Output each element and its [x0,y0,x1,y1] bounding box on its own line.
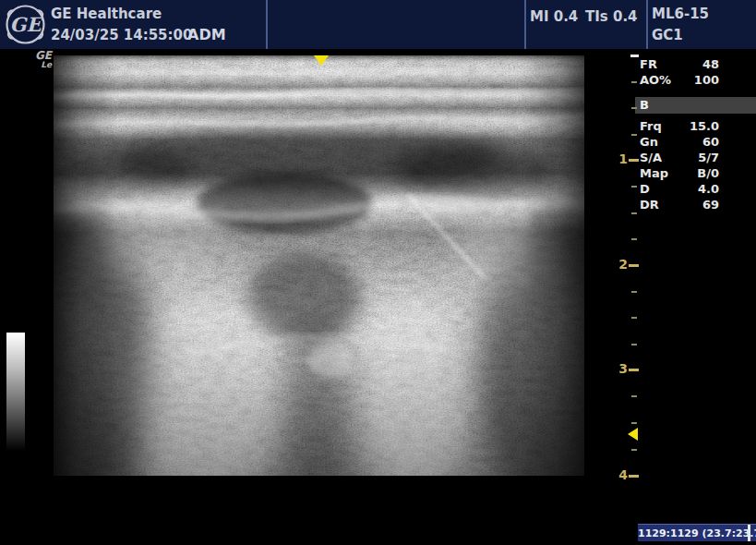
ultrasound-image[interactable] [54,55,584,476]
param-value: 4.0 [698,182,719,196]
header-divider [266,0,268,49]
ruler-label-4: 4 [609,467,628,482]
ruler-tick [630,54,639,57]
grayscale-bar [6,333,25,451]
ruler-tick-major [629,159,639,162]
ruler-tick [631,134,637,136]
focus-marker-icon[interactable] [628,428,638,441]
datetime-display: 24/03/25 14:55:00 [51,27,192,43]
thermal-index: TIs 0.4 [585,8,638,25]
cine-cursor[interactable] [748,525,750,541]
param-label: FR [640,57,657,71]
param-value: 69 [702,198,719,212]
mode-label: B [640,98,649,112]
ruler-tick [631,291,637,293]
param-value: 5/7 [698,151,719,164]
param-row-d: D 4.0 [640,182,719,197]
ruler-tick [631,107,637,109]
cine-frame-counter: 1129:1129 (23.7:23.7 s) [638,527,748,539]
ruler-tick-major [629,264,639,267]
param-value: 48 [702,57,719,71]
param-row-fr: FR 48 [640,57,719,72]
param-label: AO% [640,73,671,87]
ruler-tick [631,212,637,214]
probe-orientation-marker-icon [314,55,329,66]
param-value: 15.0 [690,119,719,133]
ruler-tick [631,81,637,83]
ruler-label-3: 3 [609,361,628,376]
ruler-tick [631,449,637,451]
ruler-tick-major [629,475,639,478]
ruler-tick [631,186,637,188]
orientation-line1: GE [24,51,52,60]
probe-model: ML6-15 [652,6,709,22]
param-row-frq: Frq 15.0 [640,119,719,134]
mode-indicator[interactable]: B [635,97,756,114]
ruler-tick [631,238,637,240]
header-divider [646,0,648,49]
param-label: Gn [640,135,658,149]
param-label: Frq [640,119,662,133]
param-row-ao: AO% 100 [640,73,719,88]
mechanical-index: MI 0.4 [530,8,578,25]
param-label: D [640,182,650,196]
param-label: S/A [640,151,662,164]
ultrasound-screen: GE GE Healthcare 24/03/25 14:55:00 ADM M… [0,0,756,545]
ruler-tick [631,317,637,319]
orientation-label: GE Le [24,51,52,69]
ruler-tick [631,344,637,345]
param-value: 100 [694,73,719,87]
svg-text:GE: GE [10,13,44,36]
ruler-tick-major [629,369,639,371]
param-label: DR [640,198,659,212]
brand-title: GE Healthcare [51,6,162,22]
cine-status-bar: 1129:1129 (23.7:23.7 s) [638,524,756,541]
header-bar: GE GE Healthcare 24/03/25 14:55:00 ADM M… [0,0,756,49]
param-value: 60 [702,135,719,149]
ruler-label-2: 2 [609,257,628,272]
param-row-map: Map B/0 [640,166,719,181]
ruler-tick [631,422,637,424]
param-label: Map [640,166,668,180]
preset-name: GC1 [652,27,683,43]
param-row-sa: S/A 5/7 [640,151,719,165]
ruler-label-1: 1 [609,151,628,166]
ruler-tick [631,395,637,397]
ultrasound-speckle [54,55,584,476]
ge-logo-icon: GE [4,3,47,46]
header-divider [524,0,526,49]
operator-id: ADM [187,26,226,43]
param-row-dr: DR 69 [640,198,719,212]
param-value: B/0 [697,166,719,180]
param-row-gn: Gn 60 [640,135,719,150]
